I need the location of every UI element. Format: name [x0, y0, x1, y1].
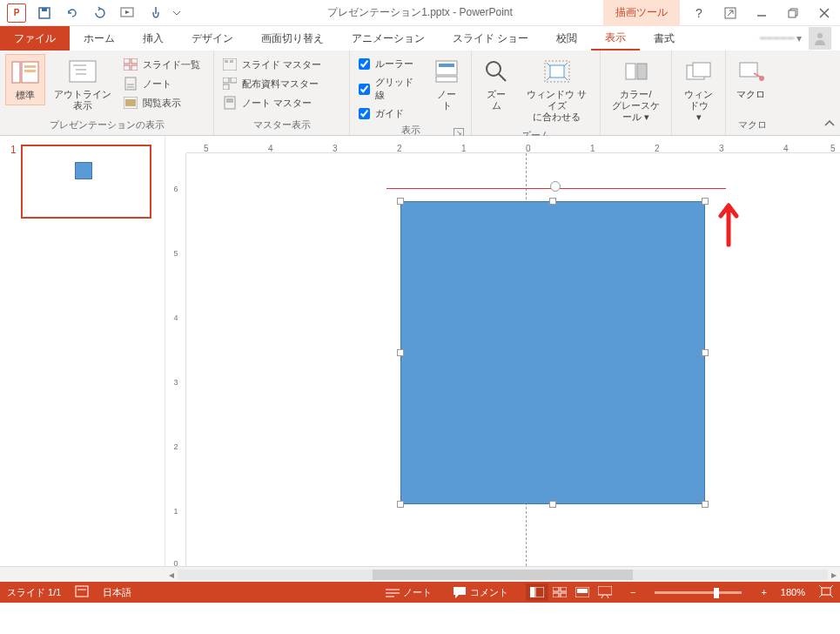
- svg-line-59: [601, 595, 603, 598]
- zoom-out-button[interactable]: −: [630, 587, 635, 597]
- svg-rect-25: [225, 60, 228, 63]
- svg-rect-7: [12, 62, 20, 83]
- normal-view-button[interactable]: 標準: [5, 54, 45, 105]
- restore-button[interactable]: [777, 1, 809, 25]
- resize-handle-n[interactable]: [549, 198, 556, 205]
- group-window: ウィンドウ▾: [672, 51, 726, 135]
- fit-slide-button[interactable]: [819, 585, 833, 599]
- tab-animations[interactable]: アニメーション: [338, 26, 439, 51]
- tab-review[interactable]: 校閲: [542, 26, 591, 51]
- reading-view-status-button[interactable]: [571, 583, 594, 601]
- signin-area[interactable]: ━━━━━: [760, 32, 795, 44]
- app-icon[interactable]: P: [3, 2, 30, 24]
- notes-master-button[interactable]: ノート マスター: [219, 94, 325, 111]
- svg-rect-58: [598, 586, 612, 595]
- svg-rect-51: [535, 587, 544, 597]
- notes-page-button[interactable]: ノート: [120, 75, 204, 92]
- slide-master-button[interactable]: スライド マスター: [219, 56, 325, 73]
- ribbon-display-options[interactable]: [715, 1, 746, 25]
- notes-pane-button[interactable]: ノート: [427, 54, 466, 115]
- view-buttons: [526, 583, 616, 601]
- language-indicator[interactable]: 日本語: [103, 586, 131, 599]
- resize-handle-w[interactable]: [397, 349, 404, 356]
- resize-handle-sw[interactable]: [397, 501, 404, 508]
- horizontal-scrollbar[interactable]: [178, 570, 828, 580]
- user-avatar[interactable]: [809, 27, 831, 50]
- window-menu-button[interactable]: ウィンドウ▾: [677, 54, 720, 127]
- spellcheck-icon[interactable]: [75, 585, 89, 599]
- tab-transitions[interactable]: 画面切り替え: [247, 26, 338, 51]
- tab-slideshow[interactable]: スライド ショー: [439, 26, 542, 51]
- zoom-button[interactable]: ズーム: [477, 54, 515, 115]
- svg-line-36: [499, 74, 506, 81]
- svg-rect-45: [76, 586, 88, 597]
- slide-thumbnail-1[interactable]: 1: [21, 145, 151, 219]
- slide-thumbnail-pane[interactable]: 1: [0, 136, 165, 566]
- zoom-in-button[interactable]: +: [761, 587, 766, 597]
- group-master-views: スライド マスター 配布資料マスター ノート マスター マスター表示: [214, 51, 350, 135]
- resize-handle-s[interactable]: [549, 501, 556, 508]
- comments-toggle[interactable]: コメント: [449, 586, 512, 599]
- scroll-right-button[interactable]: ▸: [828, 567, 840, 583]
- redo-button[interactable]: [87, 2, 113, 24]
- collapse-ribbon-button[interactable]: [824, 118, 835, 132]
- tab-view[interactable]: 表示: [591, 26, 640, 51]
- resize-handle-e[interactable]: [702, 349, 709, 356]
- normal-view-status-button[interactable]: [526, 583, 548, 601]
- macros-button[interactable]: マクロ: [731, 54, 770, 104]
- svg-rect-18: [131, 65, 138, 71]
- svg-rect-23: [125, 99, 136, 106]
- tab-insert[interactable]: 挿入: [129, 26, 178, 51]
- tab-design[interactable]: デザイン: [178, 26, 247, 51]
- svg-rect-31: [226, 98, 233, 103]
- start-slideshow-button[interactable]: [115, 2, 141, 24]
- slideshow-status-button[interactable]: [594, 583, 616, 601]
- rectangle-shape[interactable]: [400, 201, 705, 504]
- resize-handle-se[interactable]: [702, 501, 709, 508]
- quick-access-toolbar: P: [0, 2, 183, 24]
- slide-sorter-button[interactable]: スライド一覧: [120, 56, 204, 73]
- zoom-slider[interactable]: [655, 591, 742, 594]
- status-bar: スライド 1/1 日本語 ノート コメント − + 180%: [0, 582, 840, 603]
- tab-home[interactable]: ホーム: [70, 26, 129, 51]
- undo-button[interactable]: [59, 2, 85, 24]
- resize-handle-ne[interactable]: [702, 198, 709, 205]
- help-button[interactable]: ?: [683, 1, 715, 25]
- ruler-checkbox[interactable]: ルーラー: [355, 56, 424, 72]
- outline-view-button[interactable]: アウトライン 表示: [49, 54, 117, 115]
- group-label-master: マスター表示: [219, 117, 344, 135]
- slide-counter[interactable]: スライド 1/1: [7, 586, 61, 599]
- horizontal-ruler[interactable]: 5 4 3 2 1 0 1 2 3 4 5: [186, 136, 840, 153]
- sorter-view-status-button[interactable]: [548, 583, 571, 601]
- close-button[interactable]: [809, 1, 840, 25]
- svg-rect-42: [693, 63, 710, 77]
- slide-canvas-area: 5 4 3 2 1 0 1 2 3 4 5 6 5 4 3 2 1 0: [165, 136, 840, 566]
- minimize-button[interactable]: [746, 1, 777, 25]
- svg-rect-1: [42, 8, 47, 11]
- vertical-ruler[interactable]: 6 5 4 3 2 1 0: [165, 153, 186, 566]
- svg-rect-29: [223, 84, 229, 90]
- tab-format[interactable]: 書式: [640, 26, 689, 51]
- zoom-percent[interactable]: 180%: [781, 587, 805, 597]
- handout-master-button[interactable]: 配布資料マスター: [219, 75, 325, 92]
- tab-file[interactable]: ファイル: [0, 26, 70, 51]
- workspace: 1 5 4 3 2 1 0 1 2 3 4 5 6 5 4 3 2 1 0: [0, 136, 840, 566]
- zoom-slider-handle[interactable]: [714, 588, 719, 598]
- title-bar: P プレゼンテーション1.pptx - PowerPoint 描画ツール ?: [0, 0, 840, 26]
- svg-rect-17: [124, 65, 130, 71]
- slide-canvas[interactable]: [186, 153, 840, 566]
- gridlines-checkbox[interactable]: グリッド線: [355, 74, 424, 104]
- rotation-handle[interactable]: [550, 181, 561, 192]
- touch-mode-button[interactable]: [143, 2, 169, 24]
- color-grayscale-button[interactable]: カラー/ グレースケール ▾: [606, 54, 666, 127]
- thumbnail-shape-icon: [75, 162, 92, 179]
- svg-rect-33: [439, 64, 454, 67]
- scroll-left-button[interactable]: ◂: [165, 567, 178, 583]
- qat-dropdown[interactable]: [171, 2, 183, 24]
- guides-checkbox[interactable]: ガイド: [355, 105, 424, 122]
- notes-toggle[interactable]: ノート: [382, 586, 435, 599]
- save-button[interactable]: [31, 2, 57, 24]
- reading-view-button[interactable]: 閲覧表示: [120, 94, 204, 111]
- fit-to-window-button[interactable]: ウィンドウ サイズ に合わせる: [519, 54, 595, 127]
- resize-handle-nw[interactable]: [397, 198, 404, 205]
